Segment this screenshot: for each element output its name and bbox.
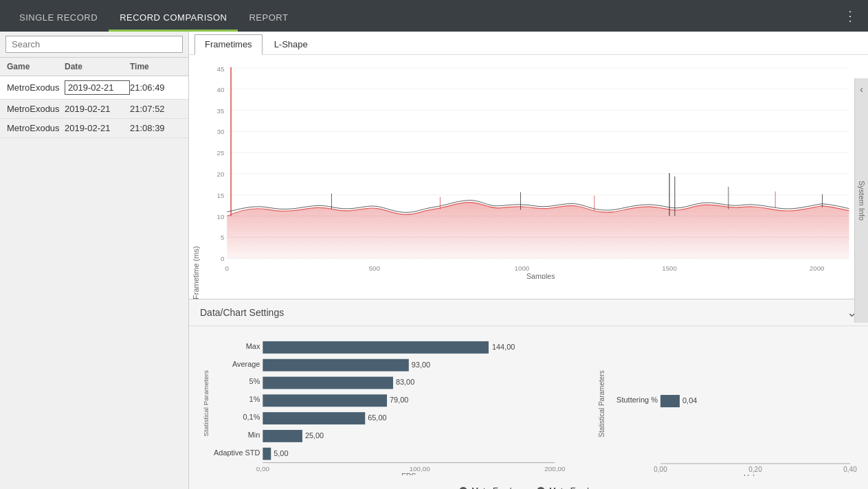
svg-text:0,04: 0,04 [682,396,697,405]
svg-text:30: 30 [216,128,224,135]
settings-header: Data/Chart Settings ⌄ [189,299,868,326]
row-time: 21:08:39 [130,123,181,133]
svg-text:Statistical Parameters: Statistical Parameters [202,370,210,436]
svg-text:Average: Average [232,360,260,368]
legend-label-2: MetroExodus [549,486,598,489]
table-row[interactable]: MetroExodus 2019-02-21 21:06:49 [0,76,188,100]
svg-text:20: 20 [216,170,224,178]
svg-text:0,40: 0,40 [843,466,857,473]
svg-text:5: 5 [221,234,225,241]
search-input[interactable] [5,36,183,53]
svg-text:5,00: 5,00 [274,449,288,457]
chart-inner: 0 5 10 15 20 25 30 [203,55,868,299]
svg-text:2000: 2000 [810,264,825,272]
svg-text:Stuttering %: Stuttering % [616,396,658,404]
svg-text:144,00: 144,00 [492,343,515,351]
table-row[interactable]: MetroExodus 2019-02-21 21:07:52 [0,100,188,119]
bar-chart-right: Statistical Parameters Stuttering % 0,04… [596,332,857,478]
system-info-label: System Info [858,181,866,220]
svg-text:Adaptive STD: Adaptive STD [214,448,260,457]
row-game: MetroExodus [7,123,65,133]
legend-row: MetroExodus MetroExodus [189,484,868,489]
svg-text:25: 25 [216,149,224,157]
table-header: Game Date Time [0,58,188,76]
table-row[interactable]: MetroExodus 2019-02-21 21:08:39 [0,119,188,138]
svg-text:Values: Values [744,473,767,476]
svg-text:0,00: 0,00 [654,466,667,473]
bar-chart-left: Statistical Parameters Max 144,00 Averag… [200,332,582,478]
stats-chart-right: Statistical Parameters Stuttering % 0,04… [596,332,857,476]
tab-single-record[interactable]: SINGLE RECORD [8,5,109,32]
content-area: Frametimes L-Shape Frametime (ms) [189,32,868,489]
svg-text:0,00: 0,00 [256,465,270,473]
legend-item-2: MetroExodus [537,486,598,489]
svg-rect-44 [263,377,393,389]
sidebar: Game Date Time MetroExodus 2019-02-21 21… [0,32,189,489]
row-date: 2019-02-21 [65,123,130,133]
main-layout: Game Date Time MetroExodus 2019-02-21 21… [0,32,868,489]
svg-text:FPS: FPS [401,472,416,475]
svg-text:83,00: 83,00 [396,378,414,386]
col-header-date: Date [65,62,130,71]
svg-text:1500: 1500 [662,264,677,272]
search-box [0,32,188,58]
frametimes-chart: 0 5 10 15 20 25 30 [205,60,863,279]
svg-rect-53 [263,430,302,442]
chevron-left-icon: ‹ [860,84,863,95]
svg-text:25,00: 25,00 [305,431,324,440]
svg-text:0: 0 [221,255,225,262]
svg-text:65,00: 65,00 [368,413,386,422]
charts-row: Statistical Parameters Max 144,00 Averag… [189,326,868,484]
svg-text:Max: Max [246,342,260,350]
svg-text:0,20: 0,20 [748,466,762,473]
svg-text:Samples: Samples [526,272,555,279]
col-header-game: Game [7,62,65,71]
row-time: 21:07:52 [130,104,181,114]
svg-rect-47 [263,394,387,407]
svg-text:200,00: 200,00 [544,465,566,473]
svg-text:1%: 1% [249,395,260,403]
svg-text:93,00: 93,00 [412,361,430,369]
legend-label-1: MetroExodus [471,486,520,489]
tab-report[interactable]: REPORT [238,5,299,32]
svg-text:79,00: 79,00 [390,396,408,404]
stats-chart-left: Statistical Parameters Max 144,00 Averag… [200,332,582,475]
col-header-time: Time [130,62,181,71]
more-options-icon[interactable]: ⋮ [843,8,857,24]
svg-rect-65 [660,395,680,407]
tab-frametimes[interactable]: Frametimes [194,34,263,55]
top-nav: SINGLE RECORD RECORD COMPARISON REPORT ⋮ [0,0,868,32]
svg-text:0: 0 [225,264,230,272]
svg-rect-41 [263,359,408,372]
svg-text:45: 45 [216,65,224,73]
svg-text:1000: 1000 [515,264,530,272]
row-time: 21:06:49 [130,82,181,93]
svg-text:Min: Min [248,431,260,439]
svg-rect-50 [263,412,365,424]
chart-tabs: Frametimes L-Shape [189,32,868,55]
svg-text:35: 35 [216,106,224,114]
svg-rect-56 [263,448,271,460]
row-date: 2019-02-21 [65,104,130,114]
chart-section: Frametimes L-Shape Frametime (ms) [189,32,868,299]
svg-text:0,1%: 0,1% [243,413,260,421]
row-game: MetroExodus [7,104,65,114]
svg-text:15: 15 [216,192,224,199]
row-date: 2019-02-21 [65,80,130,95]
svg-text:5%: 5% [249,377,260,385]
svg-rect-38 [263,341,489,354]
tab-record-comparison[interactable]: RECORD COMPARISON [109,5,238,32]
svg-text:500: 500 [369,264,381,272]
svg-text:Statistical Parameters: Statistical Parameters [598,370,605,437]
system-info-panel[interactable]: ‹ System Info [854,78,868,323]
settings-title: Data/Chart Settings [200,307,284,318]
legend-item-1: MetroExodus [459,486,520,489]
settings-section: Data/Chart Settings ⌄ Statistical Parame… [189,299,868,489]
svg-text:100,00: 100,00 [410,465,431,473]
svg-text:40: 40 [216,86,224,93]
chart-container: Frametime (ms) 0 [189,55,868,299]
row-game: MetroExodus [7,82,65,93]
y-axis-label: Frametime (ms) [189,55,203,299]
svg-text:10: 10 [216,212,224,220]
tab-lshape[interactable]: L-Shape [264,34,318,54]
